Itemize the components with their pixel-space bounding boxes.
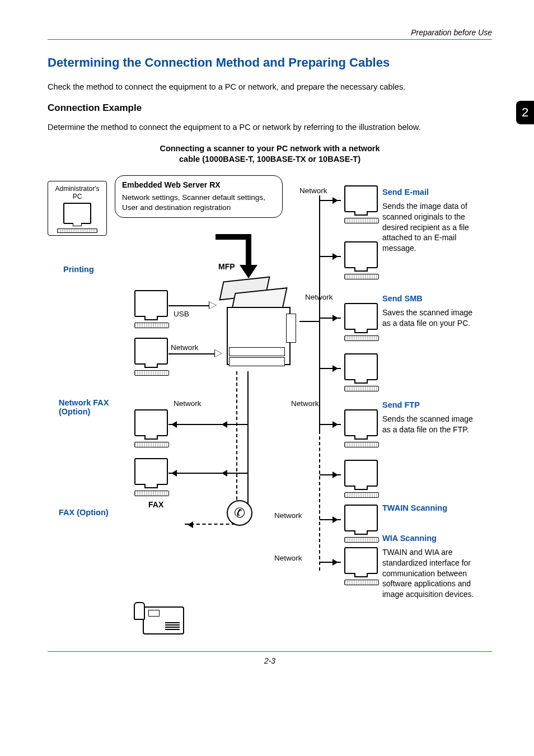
network-label: Network (171, 343, 199, 352)
webserver-callout: Embedded Web Server RX Network settings,… (115, 175, 283, 218)
connection-example-heading: Connection Example (48, 102, 492, 114)
computer-icon (344, 303, 376, 341)
computer-icon (134, 458, 166, 496)
line (247, 371, 249, 517)
diagram-title-line1: Connecting a scanner to your PC network … (160, 144, 380, 153)
send-email-title: Send E-mail (382, 188, 429, 197)
intro-paragraph: Check the method to connect the equipmen… (48, 81, 492, 92)
running-header: Preparation before Use (48, 28, 492, 37)
admin-pc-label: Administrator's PC (50, 185, 104, 200)
keyboard-icon (57, 228, 97, 233)
backbone-vert (246, 234, 251, 268)
network-label: Network (299, 186, 327, 195)
computer-icon (344, 547, 376, 585)
send-smb-desc: Saves the scanned image as a data file o… (382, 307, 477, 329)
line-arrow (168, 473, 219, 474)
line-arrow (168, 424, 219, 425)
mfp-icon (216, 273, 299, 368)
network-label: Network (291, 399, 319, 408)
connection-diagram: Administrator's PC Embedded Web Server R… (48, 175, 492, 634)
wia-title: WIA Scanning (382, 534, 437, 543)
backbone-line (216, 234, 249, 240)
admin-pc-box: Administrator's PC (48, 181, 107, 236)
computer-icon (134, 409, 166, 447)
send-ftp-desc: Sends the scanned image as a data file o… (382, 414, 477, 435)
send-smb-title: Send SMB (382, 294, 423, 303)
network-label: Network (274, 511, 302, 520)
computer-icon (134, 290, 166, 328)
connection-example-text: Determine the method to connect the equi… (48, 122, 492, 133)
callout-desc: Network settings, Scanner default settin… (122, 193, 275, 213)
chapter-badge: 2 (516, 101, 534, 124)
wia-desc: TWAIN and WIA are standardized interface… (382, 547, 480, 600)
computer-icon (344, 409, 376, 447)
computer-icon (344, 185, 376, 223)
mfp-label: MFP (218, 262, 235, 271)
page-number: 2-3 (264, 656, 275, 665)
computer-icon (63, 203, 91, 224)
network-label: Network (305, 293, 333, 301)
line-arrow (320, 200, 341, 201)
network-trunk-dashed (319, 431, 320, 571)
line (168, 353, 216, 354)
computer-icon (344, 353, 376, 391)
twain-title: TWAIN Scanning (382, 503, 447, 512)
fax-option-label: FAX (Option) (59, 508, 109, 517)
line-dashed (236, 371, 237, 517)
line (168, 305, 210, 306)
section-title: Determining the Connection Method and Pr… (48, 55, 492, 70)
network-fax-label: Network FAX (Option) (59, 398, 126, 416)
computer-icon (344, 460, 376, 498)
computer-icon (134, 338, 166, 376)
computer-icon (344, 241, 376, 279)
network-trunk (319, 195, 320, 431)
send-email-desc: Sends the image data of scanned original… (382, 201, 477, 254)
computer-icon (344, 505, 376, 543)
network-label: Network (274, 554, 302, 562)
usb-label: USB (174, 310, 189, 318)
fax-label: FAX (148, 500, 163, 509)
printing-label: Printing (63, 265, 94, 274)
diagram-title: Connecting a scanner to your PC network … (48, 143, 492, 165)
diagram-title-line2: cable (1000BASE-T, 100BASE-TX or 10BASE-… (179, 155, 360, 164)
open-arrow-icon (209, 301, 221, 309)
fax-icon (143, 606, 184, 634)
open-arrow-icon (214, 349, 226, 357)
send-ftp-title: Send FTP (382, 400, 420, 409)
line (299, 321, 320, 322)
phone-icon: ✆ (227, 500, 252, 526)
network-label: Network (174, 399, 202, 408)
callout-title: Embedded Web Server RX (122, 180, 275, 189)
